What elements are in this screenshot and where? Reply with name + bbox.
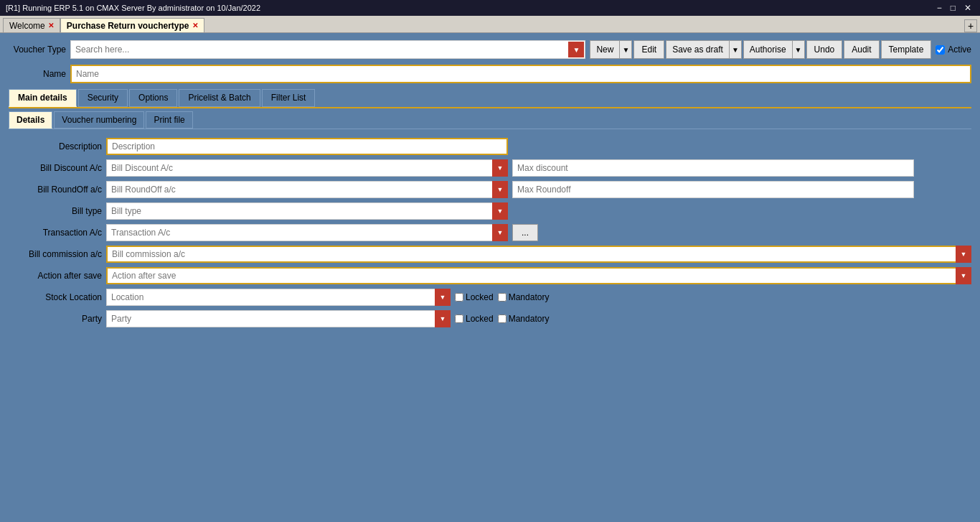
app-title: [R1] Running ERP 5.1 on CMAX Server By a… [6,4,260,12]
authorise-button-split: Authorise ▼ [743,40,805,59]
transaction-ac-input[interactable] [106,224,508,241]
bill-roundoff-arrow[interactable] [492,181,508,198]
name-label: Name [9,69,66,79]
active-check-wrap: Active [936,45,971,55]
action-after-save-row: Action after save [9,267,971,284]
save-as-draft-arrow[interactable]: ▼ [729,40,742,59]
bill-commission-arrow[interactable] [956,246,971,263]
tab-main-details-label: Main details [18,93,67,103]
bill-commission-row: Bill commission a/c [9,246,971,263]
stock-location-mandatory-checkbox[interactable] [498,293,507,302]
action-after-save-input[interactable] [106,267,971,284]
voucher-type-dropdown-arrow[interactable] [568,42,584,57]
max-roundoff-input[interactable] [512,181,914,198]
inner-tab-details-label: Details [17,115,44,125]
action-after-save-label: Action after save [9,271,102,281]
inner-tab-print-file-label: Print file [154,115,184,125]
tab-security-label: Security [88,93,118,103]
maximize-button[interactable]: □ [948,3,958,13]
party-locked-checkbox[interactable] [455,314,463,323]
save-as-draft-button[interactable]: Save as draft [666,40,729,59]
description-input[interactable] [106,138,508,155]
stock-location-locked-checkbox[interactable] [455,293,463,302]
bill-roundoff-label: Bill RoundOff a/c [9,185,102,195]
stock-location-arrow[interactable] [435,289,451,306]
audit-button[interactable]: Audit [844,40,879,59]
party-input-wrap [106,310,451,327]
voucher-type-input-wrap [70,40,585,59]
close-button[interactable]: ✕ [961,3,974,13]
add-tab-button[interactable]: + [964,19,977,32]
tab-security[interactable]: Security [78,89,128,107]
tab-welcome-close[interactable]: ✕ [48,22,54,29]
stock-location-mandatory-label: Mandatory [509,292,550,302]
window-controls: − □ ✕ [934,3,974,13]
tab-main-details[interactable]: Main details [9,89,77,107]
active-checkbox[interactable] [936,45,945,55]
active-label: Active [948,45,971,55]
action-after-save-arrow[interactable] [956,267,971,284]
bill-commission-input[interactable] [106,246,971,263]
bill-type-row: Bill type [9,202,971,220]
party-arrow[interactable] [435,310,451,327]
edit-button[interactable]: Edit [633,40,664,59]
undo-button[interactable]: Undo [806,40,843,59]
transaction-ac-input-wrap [106,224,508,241]
name-row: Name [9,65,971,83]
tab-pricelist-batch-label: Pricelist & Batch [188,93,250,103]
party-input[interactable] [106,310,451,327]
tab-bar: Welcome ✕ Purchase Return vouchertype ✕ … [0,16,980,33]
max-discount-input[interactable] [512,159,914,177]
new-button-split: New ▼ [590,40,632,59]
party-label: Party [9,314,102,324]
bill-discount-row: Bill Discount A/c [9,159,971,177]
bill-commission-input-wrap [106,246,971,263]
transaction-ac-ellipsis[interactable]: ... [512,224,538,241]
stock-location-label: Stock Location [9,292,102,302]
tab-purchase-return[interactable]: Purchase Return vouchertype ✕ [60,18,204,32]
stock-location-input[interactable] [106,289,451,306]
tab-welcome-label: Welcome [9,21,45,31]
section-tabs: Main details Security Options Pricelist … [9,89,971,108]
voucher-type-input[interactable] [70,40,585,59]
new-button[interactable]: New [590,40,619,59]
stock-location-mandatory-wrap: Mandatory [498,292,550,302]
party-mandatory-wrap: Mandatory [498,314,550,324]
stock-location-locked-wrap: Locked [455,292,494,302]
transaction-ac-label: Transaction A/c [9,228,102,238]
name-input[interactable] [70,65,971,83]
title-bar: [R1] Running ERP 5.1 on CMAX Server By a… [0,0,980,16]
bill-type-input[interactable] [106,202,508,220]
party-mandatory-checkbox[interactable] [498,314,507,323]
inner-tab-details[interactable]: Details [9,111,52,129]
bill-discount-input[interactable] [106,159,508,177]
inner-tab-voucher-numbering[interactable]: Voucher numbering [54,111,144,129]
inner-tab-print-file[interactable]: Print file [146,111,192,129]
minimize-button[interactable]: − [934,3,945,13]
tab-purchase-return-label: Purchase Return vouchertype [67,21,189,31]
main-content: Voucher Type New ▼ Edit Save as draft ▼ … [0,33,980,342]
bill-commission-label: Bill commission a/c [9,249,102,259]
authorise-button[interactable]: Authorise [743,40,792,59]
new-button-arrow[interactable]: ▼ [619,40,632,59]
tab-options[interactable]: Options [129,89,177,107]
bill-roundoff-input[interactable] [106,181,508,198]
bill-type-arrow[interactable] [492,202,508,220]
tab-filter-list-label: Filter List [271,93,306,103]
bill-type-input-wrap [106,202,508,220]
bill-roundoff-row: Bill RoundOff a/c [9,181,971,198]
template-button[interactable]: Template [881,40,932,59]
bill-discount-label: Bill Discount A/c [9,163,102,173]
bill-type-label: Bill type [9,206,102,216]
tab-pricelist-batch[interactable]: Pricelist & Batch [179,89,260,107]
voucher-type-label: Voucher Type [9,45,66,55]
description-row: Description [9,138,971,155]
tab-filter-list[interactable]: Filter List [262,89,316,107]
authorise-arrow[interactable]: ▼ [792,40,805,59]
transaction-ac-arrow[interactable] [492,224,508,241]
bill-discount-arrow[interactable] [492,159,508,177]
tab-purchase-return-close[interactable]: ✕ [192,22,198,29]
party-row: Party Locked Mandatory [9,310,971,327]
bill-discount-input-wrap [106,159,508,177]
tab-welcome[interactable]: Welcome ✕ [3,18,60,32]
